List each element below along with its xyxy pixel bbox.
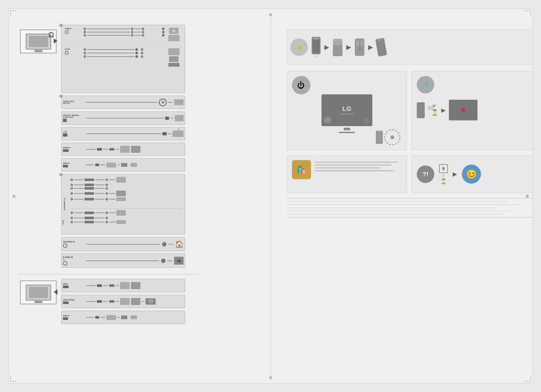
battery-icon: 🔋 [290, 38, 308, 56]
lg-tagline-text: Life's Good [341, 112, 353, 115]
hdmi-in-section: HDMI IN [61, 143, 185, 156]
hdmi-bottom-section: HDMI [61, 279, 185, 292]
page: ⊕ ⊕ ⊕ ⊕ 🎧 ⊕ CABLE [9, 9, 533, 383]
specs-lines [315, 160, 402, 171]
link-icon: 🔗 [417, 76, 434, 93]
step-arrow-2: ▶ [346, 43, 351, 51]
help-arrow: ▶ [453, 171, 457, 178]
av-label: AV IN [65, 48, 82, 50]
help-hourglass: ⏳ [440, 178, 447, 184]
audio-out-section: ⊕ AUDIO OUT/HP OUT [61, 96, 185, 109]
info-text-area [287, 198, 533, 220]
usb-bottom-label: USB IN [63, 315, 84, 317]
remote-open [333, 38, 342, 56]
help-section: ?! 9 1" ⏳ ▶ 😊 [412, 155, 533, 193]
diagram-top-section: ⊕ CABLE [61, 25, 185, 93]
spec-line-2 [315, 165, 391, 166]
magic-remote-area [376, 129, 400, 145]
hourglass-icon: ⏳ [431, 109, 438, 116]
comp-rgv-row: CABLE [63, 26, 184, 47]
timer-1s: 1" [442, 174, 445, 177]
hdmi-bottom-label: HDMI [63, 283, 84, 285]
support-icon: 😊 [462, 165, 481, 184]
av-in-row: AV IN [63, 47, 184, 69]
optical-label: OPTICAL DIGITALAUDIO OUT [63, 114, 84, 118]
battery-count: + - [315, 55, 317, 57]
reg-mark-br [524, 375, 531, 382]
comp-label: CABLE [65, 28, 82, 30]
usb-in-section: USB IN / [61, 158, 185, 172]
info-line-4 [287, 211, 513, 211]
info-line-1 [287, 201, 509, 202]
cable-label: CABLE [63, 256, 84, 259]
antenna-in-section: ANTENNA IN 🏠 [61, 237, 185, 251]
timer-text: 5" [433, 104, 436, 108]
signal-content: )))) 5" ⏳ ▶ [417, 100, 528, 120]
cable-in-section: CABLE IN 📺 [61, 253, 185, 268]
remote-step1: + - [312, 37, 321, 57]
left-h-divider [18, 274, 199, 274]
hdmi-in-label: HDMI IN [63, 147, 84, 149]
lan-label: LAN [63, 131, 84, 133]
antenna-label: ANTENNA IN [63, 241, 84, 243]
spec-line-4 [315, 170, 395, 171]
power-icon: ⏻ [292, 76, 310, 94]
spec-line-1 [315, 162, 397, 163]
component-av-section: ⊕ COMPONENT 1/1 [61, 174, 185, 234]
reg-mark-bl [10, 375, 17, 382]
info-line-5 [287, 214, 504, 214]
pointer-target [384, 129, 400, 145]
remote-closed [377, 38, 386, 56]
red-dot [461, 108, 465, 112]
av-in-2-label: AV IN [62, 220, 67, 225]
hdmi-arc-label: HDMI IN/ARC [63, 299, 84, 301]
reg-mark-tr [524, 10, 531, 17]
signal-arrow: ▶ [441, 107, 446, 114]
crosshair-top: ⊕ [269, 12, 273, 17]
tv-icon-top: 🎧 [20, 30, 57, 53]
center-divider [271, 18, 271, 381]
weight-section: 🛍️ [287, 155, 407, 193]
spec-line-3 [315, 167, 380, 168]
help-icon: ?! [417, 166, 434, 183]
power-section: ⏻ LG Life's Good [287, 71, 407, 150]
battery-insert [355, 38, 364, 56]
step-arrow-1: ▶ [324, 43, 329, 51]
hdmi-arc-section: HDMI IN/ARC [61, 295, 185, 308]
usb-in-label: USB IN [63, 162, 84, 164]
info-divider-2 [287, 217, 533, 218]
key-9: 9 [439, 164, 448, 173]
reg-mark-tl [10, 10, 17, 17]
weight-icon: 🛍️ [292, 160, 311, 179]
cable-in-label: IN [63, 259, 84, 260]
keypad-area: 9 1" ⏳ [439, 164, 448, 184]
info-divider-1 [287, 198, 533, 199]
battery-section: 🔋 + - ▶ ▶ ▶ [287, 30, 533, 64]
info-line-2 [287, 204, 521, 205]
signal-section: 🔗 )))) 5" ⏳ ▶ [412, 71, 533, 150]
usb-bottom-section: USB IN / [61, 311, 185, 324]
lg-logo-text: LG [342, 105, 351, 112]
optical-out-section: OPTICAL DIGITALAUDIO OUT [61, 112, 185, 125]
step-arrow-3: ▶ [368, 43, 373, 51]
remote-signal: )))) [417, 102, 428, 118]
audio-out-label: AUDIO OUT/HP OUT [63, 100, 84, 104]
lg-tv-illustration: LG Life's Good [321, 94, 372, 133]
info-line-3 [287, 207, 496, 208]
tv-icon-bottom [20, 280, 57, 304]
lan-section: LAN [61, 127, 185, 140]
crosshair-left: ⊕ [12, 193, 16, 199]
tv-with-dot [449, 100, 477, 120]
